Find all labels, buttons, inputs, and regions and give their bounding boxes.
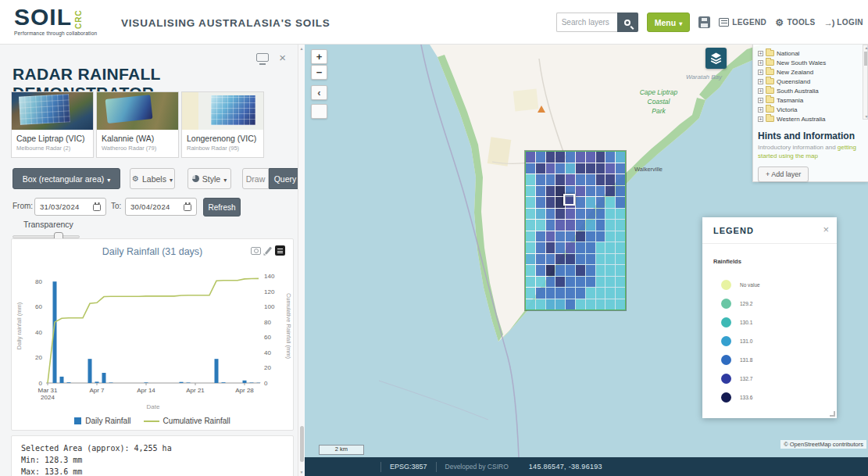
search-button[interactable] <box>617 13 638 32</box>
close-panel-icon[interactable]: × <box>279 52 286 63</box>
rainfall-grid-cell <box>616 220 625 231</box>
expand-icon[interactable] <box>758 116 763 122</box>
svg-text:2024: 2024 <box>41 394 55 401</box>
legend-value: 131.0 <box>740 338 752 344</box>
soil-crc-logo[interactable]: SOIL CRC Performance through collaborati… <box>14 5 97 36</box>
rainfall-grid-cell <box>596 186 605 197</box>
labels-dropdown[interactable]: ⚙Labels <box>130 168 175 189</box>
search-input[interactable] <box>556 13 617 32</box>
style-dropdown[interactable]: Style <box>188 168 231 189</box>
rainfall-grid-cell <box>616 277 625 288</box>
rainfall-grid-cell <box>526 299 535 310</box>
scrollbar-thumb[interactable] <box>300 426 304 462</box>
layer-folder-item[interactable]: South Australia <box>758 86 863 95</box>
close-icon[interactable]: × <box>823 224 829 235</box>
chart-legend-label: Daily Rainfall <box>85 417 130 425</box>
svg-text:20: 20 <box>35 354 42 361</box>
from-date-field[interactable]: 31/03/2024 <box>34 198 106 216</box>
rainfall-grid-cell <box>526 242 535 253</box>
chart-legend-item[interactable]: Daily Rainfall <box>74 417 130 425</box>
demo-thumbnail <box>182 92 263 130</box>
panel-scrollbar[interactable]: ▲ ▼ <box>298 45 305 476</box>
cursor-coordinates: 145.86547, -38.96193 <box>529 463 602 471</box>
rainfall-grid-cell <box>566 299 575 310</box>
scroll-up-icon[interactable]: ▲ <box>298 46 305 51</box>
bay-label: Waratah Bay <box>686 73 723 81</box>
legend-icon <box>719 18 729 27</box>
shape-select-dropdown[interactable]: Box (rectangular area) <box>13 168 120 189</box>
tools-nav-button[interactable]: ⚙TOOLS <box>775 18 815 27</box>
rainfall-grid-cell <box>586 197 595 208</box>
refresh-button[interactable]: Refresh <box>203 198 241 217</box>
demo-card-longerenong[interactable]: Longerenong (VIC) Rainbow Radar (95) <box>181 91 264 158</box>
rainfall-grid-cell <box>586 163 595 174</box>
selection-box-marker[interactable] <box>563 194 575 206</box>
fullscreen-icon[interactable] <box>256 53 269 62</box>
layer-folder-item[interactable]: National <box>758 48 863 58</box>
rainfall-grid-cell <box>586 288 595 299</box>
demo-thumbnail <box>97 92 178 130</box>
expand-icon[interactable] <box>758 60 763 66</box>
menu-button[interactable]: Menu <box>647 13 690 32</box>
legend-entry: No value <box>721 275 760 294</box>
scrollbar-thumb[interactable] <box>864 52 867 66</box>
map-canvas[interactable]: Waratah Bay Cape Liptrap Coastal Park Wa… <box>305 45 868 457</box>
demo-card-cape-liptrap[interactable]: Cape Liptrap (VIC) Melbourne Radar (2) <box>11 91 94 158</box>
rainfall-grid-cell <box>616 231 625 242</box>
login-button[interactable]: LOGIN <box>824 18 863 27</box>
projection-label: EPSG:3857 <box>390 463 427 471</box>
scroll-down-icon[interactable]: ▼ <box>863 114 868 119</box>
save-map-icon[interactable] <box>698 16 710 28</box>
expand-icon[interactable] <box>758 51 763 56</box>
layer-folder-item[interactable]: Western Australia <box>758 114 863 123</box>
rainfall-grid-cell <box>566 265 575 276</box>
calendar-icon[interactable] <box>184 204 191 211</box>
calendar-icon[interactable] <box>93 204 101 211</box>
layer-folder-item[interactable]: New South Wales <box>758 58 863 67</box>
collapse-panel-button[interactable]: ‹ <box>311 85 327 100</box>
header-actions: Menu LEGEND ⚙TOOLS LOGIN <box>556 0 863 45</box>
resize-grip-icon[interactable] <box>830 411 835 417</box>
svg-text:Apr 14: Apr 14 <box>137 387 155 394</box>
chart-menu-icon[interactable] <box>275 245 285 256</box>
expand-icon[interactable] <box>758 88 763 94</box>
zoom-in-button[interactable]: + <box>311 49 327 64</box>
query-mode-button[interactable]: Query <box>269 168 302 189</box>
layer-folder-item[interactable]: New Zealand <box>758 67 863 77</box>
rainfall-grid-overlay[interactable] <box>525 151 626 310</box>
legend-nav-button[interactable]: LEGEND <box>719 18 766 27</box>
rainfall-grid-cell <box>596 288 605 299</box>
rainfall-grid-cell <box>546 197 555 208</box>
layer-folder-item[interactable]: Queensland <box>758 77 863 86</box>
login-arrow-icon <box>824 18 834 27</box>
layers-panel-toggle[interactable] <box>705 48 727 69</box>
expand-icon[interactable] <box>758 98 763 103</box>
separator <box>380 462 381 472</box>
layer-folder-item[interactable]: Tasmania <box>758 95 863 105</box>
add-layer-button[interactable]: + Add layer <box>758 166 809 182</box>
workbench-panel: × RADAR RAINFALL DEMONSTRATOR Cape Liptr… <box>0 45 305 476</box>
scroll-down-icon[interactable]: ▼ <box>298 470 305 474</box>
layer-list-button[interactable] <box>311 104 327 119</box>
draw-mode-button[interactable]: Draw <box>242 168 269 189</box>
to-date-field[interactable]: 30/04/2024 <box>125 198 197 216</box>
map-status-bar: EPSG:3857 Developed by CSIRO 145.86547, … <box>305 457 868 476</box>
expand-icon[interactable] <box>758 70 763 75</box>
expand-icon[interactable] <box>758 79 763 84</box>
rainfall-grid-cell <box>536 299 545 310</box>
edit-chart-icon[interactable] <box>264 246 271 254</box>
rainfall-chart-card: Daily Rainfall (31 days) 020406080020406… <box>11 238 294 431</box>
chart-legend-item[interactable]: Cumulative Rainfall <box>144 417 230 425</box>
demo-card-kalannie[interactable]: Kalannie (WA) Watheroo Radar (79) <box>96 91 179 158</box>
legend-color-swatch <box>721 299 731 309</box>
rainfall-grid-cell <box>586 186 595 197</box>
rainfall-grid-cell <box>586 277 595 288</box>
export-image-icon[interactable] <box>251 247 261 255</box>
scroll-up-icon[interactable]: ▲ <box>863 45 868 50</box>
layer-folder-item[interactable]: Victoria <box>758 105 863 114</box>
hints-text: Introductory information and getting sta… <box>758 144 861 161</box>
tree-scrollbar[interactable]: ▲ ▼ <box>863 45 868 120</box>
expand-icon[interactable] <box>758 107 763 113</box>
svg-text:Park: Park <box>652 107 666 115</box>
zoom-out-button[interactable]: − <box>311 65 327 80</box>
